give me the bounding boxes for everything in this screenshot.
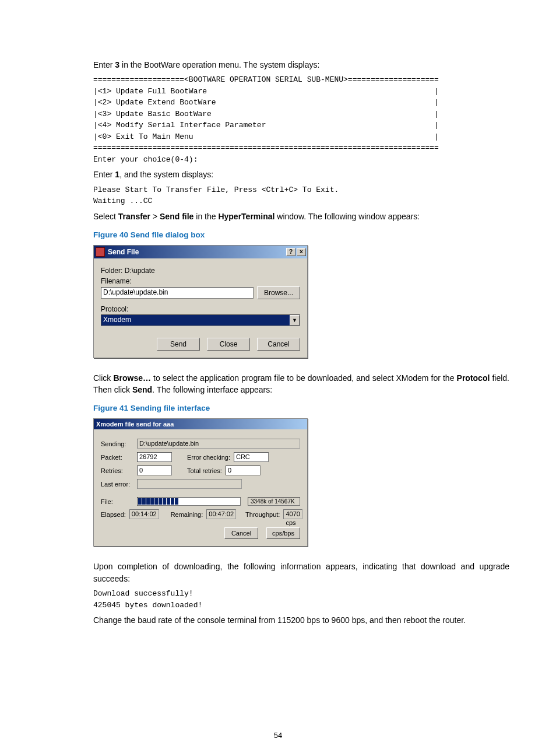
help-button[interactable]: ? — [286, 248, 295, 256]
terminal-output-3: Download successfully! 425045 bytes down… — [93, 588, 509, 611]
intro-4: Click Browse… to select the application … — [93, 372, 509, 396]
error-checking-value: CRC — [234, 452, 269, 462]
protocol-select[interactable]: Xmodem — [101, 314, 300, 326]
terminal-output-2: Please Start To Transfer File, Press <Ct… — [93, 184, 509, 207]
total-retries-label: Total retries: — [187, 467, 222, 474]
elapsed-value: 00:14:02 — [129, 509, 159, 519]
elapsed-label: Elapsed: — [101, 511, 126, 518]
cancel-button[interactable]: Cancel — [224, 527, 258, 539]
folder-label: Folder: D:\update — [101, 267, 300, 275]
cpsbps-button[interactable]: cps/bps — [266, 527, 300, 539]
close-icon[interactable]: × — [297, 248, 306, 256]
last-error-label: Last error: — [101, 481, 133, 488]
throughput-value: 4070 cps — [283, 509, 302, 519]
terminal-output-1: ====================<BOOTWARE OPERATION … — [93, 74, 509, 165]
throughput-label: Throughput: — [245, 511, 280, 518]
file-label: File: — [101, 498, 133, 505]
file-progress-text: 3348k of 14567K — [248, 497, 300, 506]
page-number: 54 — [0, 731, 556, 740]
remaining-value: 00:47:02 — [206, 509, 236, 519]
intro-2: Enter 1, and the system displays: — [93, 169, 509, 180]
intro-6: Change the baud rate of the console term… — [93, 614, 509, 626]
dialog-title: Send File — [108, 248, 285, 256]
retries-label: Retries: — [101, 467, 133, 474]
intro-1: Enter 3 in the BootWare operation menu. … — [93, 59, 509, 71]
intro-5: Upon completion of downloading, the foll… — [93, 561, 509, 584]
last-error-value — [137, 479, 242, 489]
figure-40-caption: Figure 40 Send file dialog box — [93, 230, 509, 239]
filename-label: Filename: — [101, 277, 300, 285]
xmodem-send-dialog: Xmodem file send for aaa Sending: D:\upd… — [93, 418, 308, 547]
sending-value: D:\update\update.bin — [137, 439, 300, 449]
intro-3: Select Transfer > Send file in the Hyper… — [93, 211, 509, 222]
sending-label: Sending: — [101, 440, 133, 447]
packet-value: 26792 — [137, 452, 172, 462]
send-button[interactable]: Send — [157, 338, 200, 351]
send-file-dialog: Send File ? × Folder: D:\update Filename… — [93, 245, 308, 358]
protocol-label: Protocol: — [101, 305, 300, 313]
cancel-button[interactable]: Cancel — [257, 338, 300, 351]
error-checking-label: Error checking: — [187, 454, 230, 461]
filename-input[interactable]: D:\update\update.bin — [101, 287, 254, 299]
browse-button[interactable]: Browse... — [257, 286, 300, 299]
remaining-label: Remaining: — [171, 511, 203, 518]
app-icon — [96, 247, 105, 257]
retries-value: 0 — [137, 466, 172, 475]
file-progress-bar — [137, 497, 241, 506]
packet-label: Packet: — [101, 454, 133, 461]
chevron-down-icon[interactable]: ▼ — [290, 315, 300, 326]
dialog-titlebar: Xmodem file send for aaa — [94, 419, 307, 429]
total-retries-value: 0 — [226, 466, 261, 475]
figure-41-caption: Figure 41 Sending file interface — [93, 404, 509, 412]
dialog-titlebar: Send File ? × — [94, 246, 307, 258]
close-button[interactable]: Close — [207, 338, 250, 351]
